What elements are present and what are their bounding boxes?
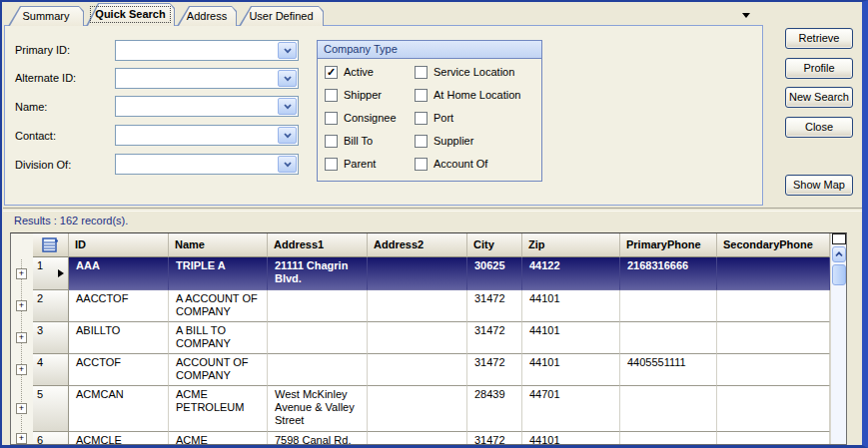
checkbox-port[interactable]: Port xyxy=(415,111,453,125)
checkbox-icon[interactable] xyxy=(415,135,428,148)
chevron-down-icon[interactable] xyxy=(278,70,297,87)
checkbox-icon[interactable] xyxy=(415,66,428,79)
tab-user-defined[interactable]: User Defined xyxy=(239,6,324,26)
grid-corner-icon xyxy=(42,237,59,252)
close-button[interactable]: Close xyxy=(785,117,853,138)
expand-plus-icon[interactable]: + xyxy=(16,268,27,279)
checkbox-icon[interactable] xyxy=(415,89,428,102)
show-map-button[interactable]: Show Map xyxy=(785,175,853,196)
alternate-id-combobox[interactable] xyxy=(115,68,299,89)
checkbox-icon[interactable] xyxy=(325,89,338,102)
column-header-address1[interactable]: Address1 xyxy=(268,233,368,257)
tab-summary[interactable]: Summary xyxy=(8,6,84,26)
table-row[interactable]: 6 ACMCLE ACME 7598 Canal Rd. 31472 44101 xyxy=(33,432,830,445)
division-of-label: Division Of: xyxy=(15,159,71,171)
scrollbar-header-box xyxy=(832,233,846,244)
grid-corner-cell[interactable] xyxy=(33,233,69,257)
tab-user-defined-label: User Defined xyxy=(239,6,324,22)
tab-summary-label: Summary xyxy=(8,6,84,22)
tab-strip: Summary Quick Search Address User Define… xyxy=(8,3,326,26)
checkbox-icon[interactable] xyxy=(415,158,428,171)
tree-dotted-line xyxy=(21,259,22,444)
table-row[interactable]: 2 AACCTOF A ACCOUNT OF COMPANY 31472 441… xyxy=(33,290,830,322)
checkbox-bill-to[interactable]: Bill To xyxy=(325,134,373,148)
row-expand-gutter: + + + + + + xyxy=(11,233,33,444)
checkbox-icon[interactable] xyxy=(325,135,338,148)
retrieve-button[interactable]: Retrieve xyxy=(785,28,853,49)
table-row[interactable]: 1 AAA TRIPLE A 21111 Chagrin Blvd. 30625… xyxy=(33,257,830,290)
table-row[interactable]: 3 ABILLTO A BILL TO COMPANY 31472 44101 xyxy=(33,322,830,354)
expand-plus-icon[interactable]: + xyxy=(16,300,27,311)
chevron-down-icon[interactable] xyxy=(278,98,297,115)
table-row[interactable]: 4 ACCTOF ACCOUNT OF COMPANY 31472 44101 … xyxy=(33,354,830,386)
checkbox-consignee[interactable]: Consignee xyxy=(325,111,397,125)
vertical-scrollbar[interactable] xyxy=(830,233,846,444)
checkbox-icon[interactable] xyxy=(415,112,428,125)
name-combobox[interactable] xyxy=(115,96,299,117)
division-of-combobox[interactable] xyxy=(115,154,299,175)
profile-button[interactable]: Profile xyxy=(785,58,853,79)
results-grid: + + + + + + ID Name Address1 Address2 xyxy=(10,232,847,445)
checkbox-active[interactable]: ✓ Active xyxy=(325,65,374,79)
expand-plus-icon[interactable]: + xyxy=(16,433,27,444)
checkbox-shipper[interactable]: Shipper xyxy=(325,88,382,102)
checkbox-icon[interactable] xyxy=(325,112,338,125)
column-header-address2[interactable]: Address2 xyxy=(368,233,467,257)
new-search-button[interactable]: New Search xyxy=(785,87,853,108)
checkbox-icon[interactable] xyxy=(325,158,338,171)
company-type-group: Company Type ✓ Active Shipper Consignee … xyxy=(317,40,542,182)
checkbox-parent[interactable]: Parent xyxy=(325,157,376,171)
column-header-zip[interactable]: Zip xyxy=(522,233,620,257)
column-header-secondaryphone[interactable]: SecondaryPhone xyxy=(717,233,830,257)
column-header-primaryphone[interactable]: PrimaryPhone xyxy=(620,233,717,257)
scrollbar-thumb[interactable] xyxy=(832,264,846,285)
expand-plus-icon[interactable]: + xyxy=(16,403,27,414)
quick-search-window: Summary Quick Search Address User Define… xyxy=(0,0,868,448)
tab-overflow-arrow-icon[interactable] xyxy=(742,13,750,18)
chevron-down-icon[interactable] xyxy=(278,156,297,173)
quick-search-panel: Primary ID: Alternate ID: Name: Contact:… xyxy=(4,25,763,206)
table-row[interactable]: 5 ACMCAN ACME PETROLEUM West McKinley Av… xyxy=(33,386,830,432)
checkbox-checked-icon[interactable]: ✓ xyxy=(325,66,338,79)
column-header-id[interactable]: ID xyxy=(69,233,169,257)
expand-plus-icon[interactable]: + xyxy=(16,364,27,375)
name-label: Name: xyxy=(15,101,47,113)
primary-id-label: Primary ID: xyxy=(15,44,70,56)
checkbox-supplier[interactable]: Supplier xyxy=(415,134,473,148)
alternate-id-label: Alternate ID: xyxy=(15,72,76,84)
expand-plus-icon[interactable]: + xyxy=(16,332,27,343)
grid-rows: 1 AAA TRIPLE A 21111 Chagrin Blvd. 30625… xyxy=(33,257,830,445)
contact-label: Contact: xyxy=(15,130,56,142)
grid-header-row: ID Name Address1 Address2 City Zip Prima… xyxy=(33,233,830,257)
chevron-down-icon[interactable] xyxy=(278,127,297,144)
chevron-down-icon[interactable] xyxy=(278,42,297,59)
checkbox-account-of[interactable]: Account Of xyxy=(415,157,487,171)
column-header-name[interactable]: Name xyxy=(169,233,268,257)
tab-quick-search[interactable]: Quick Search xyxy=(86,3,175,26)
current-row-marker-icon xyxy=(58,269,64,277)
contact-combobox[interactable] xyxy=(115,125,299,146)
results-count-label: Results : 162 record(s). xyxy=(14,215,128,226)
section-divider xyxy=(3,208,862,212)
column-header-city[interactable]: City xyxy=(467,233,522,257)
company-type-header: Company Type xyxy=(318,41,541,59)
checkbox-service-location[interactable]: Service Location xyxy=(415,65,514,79)
tab-address-label: Address xyxy=(177,6,237,22)
checkbox-at-home-location[interactable]: At Home Location xyxy=(415,88,520,102)
primary-id-combobox[interactable] xyxy=(115,40,299,61)
tab-quick-search-label: Quick Search xyxy=(91,7,169,22)
scroll-up-arrow-icon[interactable] xyxy=(832,246,846,262)
tab-address[interactable]: Address xyxy=(177,6,237,26)
